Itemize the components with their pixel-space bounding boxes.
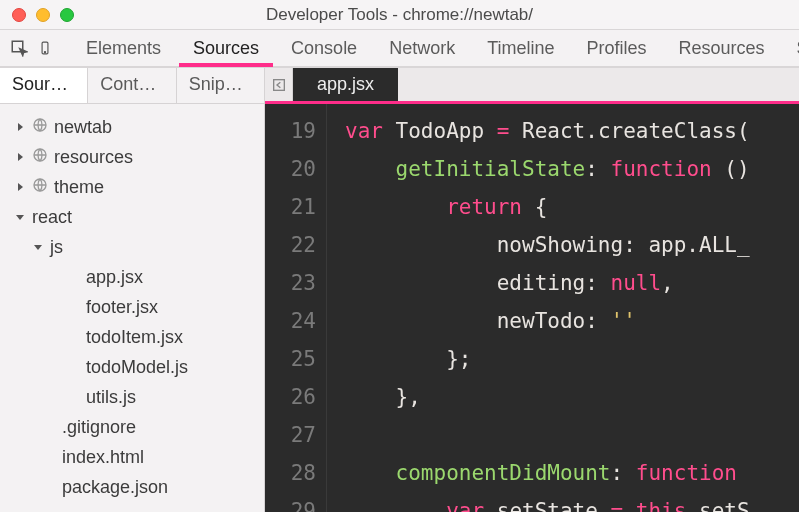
main-tab-profiles[interactable]: Profiles bbox=[571, 31, 663, 65]
main-tab-network[interactable]: Network bbox=[373, 31, 471, 65]
file-index-html[interactable]: index.html bbox=[8, 442, 260, 472]
file--gitignore[interactable]: .gitignore bbox=[8, 412, 260, 442]
sidebar-subtab-snip[interactable]: Snip… bbox=[177, 68, 264, 103]
code-line[interactable]: newTodo: '' bbox=[345, 302, 799, 340]
line-number: 28 bbox=[265, 454, 316, 492]
line-number: 20 bbox=[265, 150, 316, 188]
line-number: 26 bbox=[265, 378, 316, 416]
line-number: 21 bbox=[265, 188, 316, 226]
editor-tabbar: app.jsx bbox=[265, 68, 799, 104]
code-line[interactable]: }; bbox=[345, 340, 799, 378]
disclosure-arrow-icon[interactable] bbox=[14, 152, 26, 162]
folder-theme[interactable]: theme bbox=[8, 172, 260, 202]
tree-item-label: todoItem.jsx bbox=[86, 327, 183, 348]
tree-item-label: react bbox=[32, 207, 72, 228]
folder-js[interactable]: js bbox=[8, 232, 260, 262]
tree-item-label: resources bbox=[54, 147, 133, 168]
nav-back-icon[interactable] bbox=[265, 68, 293, 101]
globe-icon bbox=[32, 117, 48, 138]
code-editor: app.jsx 1920212223242526272829 var TodoA… bbox=[265, 68, 799, 512]
code-line[interactable]: nowShowing: app.ALL_ bbox=[345, 226, 799, 264]
file-footer-jsx[interactable]: footer.jsx bbox=[8, 292, 260, 322]
sources-sidebar: Sour…Cont…Snip… newtabresourcesthemereac… bbox=[0, 68, 265, 512]
tree-item-label: index.html bbox=[62, 447, 144, 468]
code-line[interactable]: var setState = this.setS bbox=[345, 492, 799, 512]
file-tree: newtabresourcesthemereactjsapp.jsxfooter… bbox=[0, 104, 264, 512]
minimize-window-icon[interactable] bbox=[36, 8, 50, 22]
line-number: 24 bbox=[265, 302, 316, 340]
globe-icon bbox=[32, 147, 48, 168]
device-toolbar-icon[interactable] bbox=[38, 38, 52, 58]
code-line[interactable]: editing: null, bbox=[345, 264, 799, 302]
line-number: 25 bbox=[265, 340, 316, 378]
line-number: 19 bbox=[265, 112, 316, 150]
folder-newtab[interactable]: newtab bbox=[8, 112, 260, 142]
titlebar: Developer Tools - chrome://newtab/ bbox=[0, 0, 799, 30]
code-body[interactable]: var TodoApp = React.createClass( getInit… bbox=[327, 104, 799, 512]
editor-tab-spacer bbox=[398, 68, 799, 101]
disclosure-arrow-icon[interactable] bbox=[14, 122, 26, 132]
main-tab-elements[interactable]: Elements bbox=[70, 31, 177, 65]
tree-item-label: utils.js bbox=[86, 387, 136, 408]
file-app-jsx[interactable]: app.jsx bbox=[8, 262, 260, 292]
tree-item-label: newtab bbox=[54, 117, 112, 138]
globe-icon bbox=[32, 177, 48, 198]
svg-rect-6 bbox=[273, 79, 284, 90]
tree-item-label: js bbox=[50, 237, 63, 258]
sidebar-subtabs: Sour…Cont…Snip… bbox=[0, 68, 264, 104]
disclosure-arrow-icon[interactable] bbox=[32, 242, 44, 252]
tree-item-label: footer.jsx bbox=[86, 297, 158, 318]
code-line[interactable]: return { bbox=[345, 188, 799, 226]
main-tab-securit[interactable]: Securit bbox=[781, 31, 799, 65]
close-window-icon[interactable] bbox=[12, 8, 26, 22]
folder-react[interactable]: react bbox=[8, 202, 260, 232]
folder-resources[interactable]: resources bbox=[8, 142, 260, 172]
main-tab-resources[interactable]: Resources bbox=[663, 31, 781, 65]
line-number: 29 bbox=[265, 492, 316, 512]
devtools-tabbar: ElementsSourcesConsoleNetworkTimelinePro… bbox=[0, 30, 799, 68]
sidebar-subtab-cont[interactable]: Cont… bbox=[88, 68, 176, 103]
main-tabs: ElementsSourcesConsoleNetworkTimelinePro… bbox=[70, 31, 799, 65]
tree-item-label: theme bbox=[54, 177, 104, 198]
code-line[interactable]: componentDidMount: function bbox=[345, 454, 799, 492]
main-tab-timeline[interactable]: Timeline bbox=[471, 31, 570, 65]
file-utils-js[interactable]: utils.js bbox=[8, 382, 260, 412]
code-area[interactable]: 1920212223242526272829 var TodoApp = Rea… bbox=[265, 104, 799, 512]
maximize-window-icon[interactable] bbox=[60, 8, 74, 22]
code-line[interactable]: }, bbox=[345, 378, 799, 416]
code-line[interactable]: getInitialState: function () bbox=[345, 150, 799, 188]
tree-item-label: todoModel.js bbox=[86, 357, 188, 378]
tree-item-label: .gitignore bbox=[62, 417, 136, 438]
tree-item-label: app.jsx bbox=[86, 267, 143, 288]
disclosure-arrow-icon[interactable] bbox=[14, 182, 26, 192]
window-title: Developer Tools - chrome://newtab/ bbox=[0, 5, 799, 25]
sidebar-subtab-sour[interactable]: Sour… bbox=[0, 68, 88, 103]
editor-tab-label: app.jsx bbox=[317, 74, 374, 95]
file-package-json[interactable]: package.json bbox=[8, 472, 260, 502]
editor-tab-app[interactable]: app.jsx bbox=[293, 68, 398, 101]
svg-point-2 bbox=[44, 52, 45, 53]
inspect-element-icon[interactable] bbox=[10, 39, 28, 57]
file-todoItem-jsx[interactable]: todoItem.jsx bbox=[8, 322, 260, 352]
line-number: 22 bbox=[265, 226, 316, 264]
tree-item-label: package.json bbox=[62, 477, 168, 498]
main-tab-sources[interactable]: Sources bbox=[177, 31, 275, 65]
code-line[interactable] bbox=[345, 416, 799, 454]
line-number: 27 bbox=[265, 416, 316, 454]
window-controls bbox=[0, 8, 74, 22]
line-number: 23 bbox=[265, 264, 316, 302]
line-gutter: 1920212223242526272829 bbox=[265, 104, 327, 512]
file-todoModel-js[interactable]: todoModel.js bbox=[8, 352, 260, 382]
code-line[interactable]: var TodoApp = React.createClass( bbox=[345, 112, 799, 150]
disclosure-arrow-icon[interactable] bbox=[14, 212, 26, 222]
main-tab-console[interactable]: Console bbox=[275, 31, 373, 65]
